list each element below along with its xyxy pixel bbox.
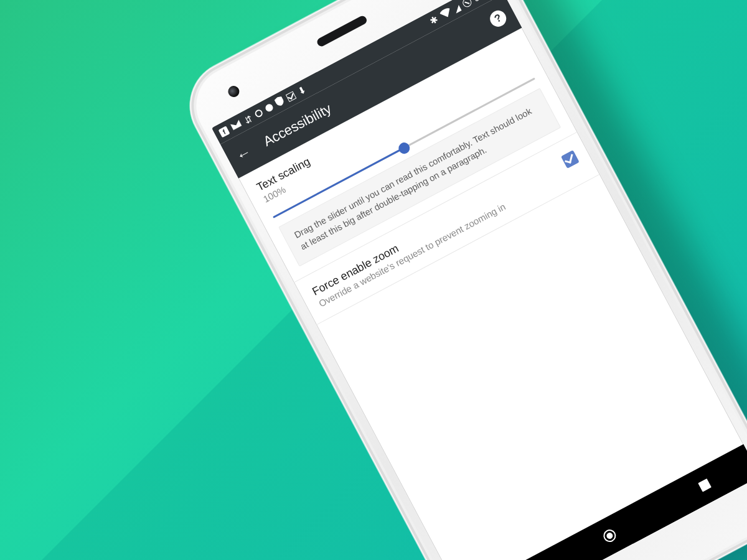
nav-home-icon[interactable] bbox=[601, 528, 618, 544]
app-notification-icon bbox=[254, 108, 264, 118]
help-button[interactable]: ? bbox=[487, 7, 509, 29]
front-camera bbox=[226, 84, 241, 99]
back-arrow-icon[interactable]: ← bbox=[233, 144, 253, 164]
shield-notification-icon bbox=[274, 95, 286, 109]
facebook-notification-icon: f bbox=[218, 126, 230, 138]
wifi-icon bbox=[439, 6, 454, 21]
record-notification-icon bbox=[264, 103, 274, 113]
mail-notification-icon bbox=[230, 119, 243, 133]
force-zoom-checkbox[interactable] bbox=[561, 150, 580, 169]
navigation-bar bbox=[460, 444, 747, 560]
nav-recent-icon[interactable] bbox=[698, 478, 712, 492]
earpiece-speaker bbox=[316, 14, 368, 48]
download-icon: ⬇ bbox=[296, 83, 308, 97]
cell-signal-icon: ◢ bbox=[452, 2, 462, 14]
bluetooth-icon: ✱ bbox=[428, 13, 441, 27]
task-done-icon bbox=[286, 91, 297, 102]
sync-icon: ⇵ bbox=[242, 113, 254, 125]
slider-thumb[interactable] bbox=[397, 141, 411, 156]
do-not-disturb-icon bbox=[461, 0, 473, 9]
